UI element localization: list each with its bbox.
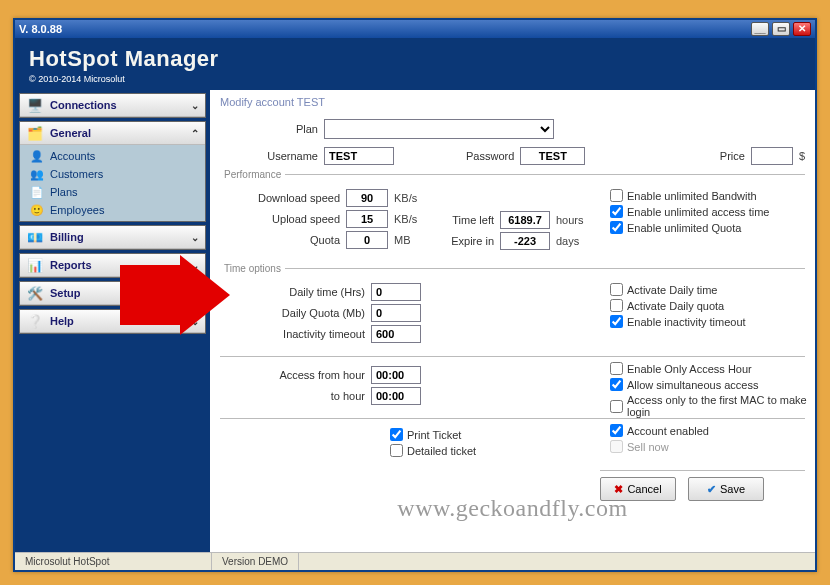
sidebar-panel-general: 🗂️ General ⌃ 👤 Accounts 👥 Customers 📄: [19, 121, 206, 222]
setup-icon: 🛠️: [26, 284, 44, 302]
quota-label: Quota: [220, 234, 340, 246]
plan-select[interactable]: [324, 119, 554, 139]
sidebar-item-label: Customers: [50, 168, 103, 180]
sidebar-item-accounts[interactable]: 👤 Accounts: [24, 147, 201, 165]
quota-input[interactable]: [346, 231, 388, 249]
expire-label: Expire in: [440, 235, 494, 247]
sidebar-label-billing: Billing: [50, 231, 84, 243]
sidebar-label-general: General: [50, 127, 91, 139]
bottom-section: Print Ticket Detailed ticket Account ena…: [220, 418, 805, 462]
sidebar-panel-connections[interactable]: 🖥️ Connections ⌄: [19, 93, 206, 118]
close-button[interactable]: ✕: [793, 22, 811, 36]
cb-unlimited-quota[interactable]: [610, 221, 623, 234]
help-icon: ❔: [26, 312, 44, 330]
main-content: Modify account TEST Plan Username Passwo…: [210, 90, 815, 552]
cb-simultaneous-label: Allow simultaneous access: [627, 379, 758, 391]
daily-quota-input[interactable]: [371, 304, 421, 322]
access-to-input[interactable]: [371, 387, 421, 405]
sidebar-panel-help[interactable]: ❔ Help ⌄: [19, 309, 206, 334]
cb-sell-label: Sell now: [627, 441, 669, 453]
copyright: © 2010-2014 Microsolut: [29, 74, 125, 84]
cb-enabled-label: Account enabled: [627, 425, 709, 437]
daily-time-input[interactable]: [371, 283, 421, 301]
cb-daily-quota[interactable]: [610, 299, 623, 312]
statusbar: Microsolut HotSpot Version DEMO: [15, 552, 815, 570]
cb-bandwith[interactable]: [610, 189, 623, 202]
cb-print-label: Print Ticket: [407, 429, 461, 441]
inactivity-input[interactable]: [371, 325, 421, 343]
breadcrumb: Modify account TEST: [220, 94, 805, 116]
save-label: Save: [720, 483, 745, 495]
minimize-button[interactable]: __: [751, 22, 769, 36]
app-window: V. 8.0.88 __ ▭ ✕ HotSpot Manager © 2010-…: [13, 18, 817, 572]
titlebar: V. 8.0.88 __ ▭ ✕: [15, 20, 815, 38]
cb-simultaneous[interactable]: [610, 378, 623, 391]
employee-icon: 🙂: [30, 203, 44, 217]
sidebar-item-customers[interactable]: 👥 Customers: [24, 165, 201, 183]
chevron-up-icon: ⌃: [191, 128, 199, 139]
performance-section: Performance Download speed KB/s Upload s…: [220, 169, 805, 255]
sidebar-item-plans[interactable]: 📄 Plans: [24, 183, 201, 201]
timeleft-label: Time left: [440, 214, 494, 226]
cb-print-ticket[interactable]: [390, 428, 403, 441]
billing-icon: 💶: [26, 228, 44, 246]
sidebar-panel-reports[interactable]: 📊 Reports ⌄: [19, 253, 206, 278]
cb-sell-now: [610, 440, 623, 453]
cb-inactivity-label: Enable inactivity timeout: [627, 316, 746, 328]
sidebar-item-employees[interactable]: 🙂 Employees: [24, 201, 201, 219]
upload-input[interactable]: [346, 210, 388, 228]
cancel-label: Cancel: [627, 483, 661, 495]
cb-account-enabled[interactable]: [610, 424, 623, 437]
sidebar-header-general[interactable]: 🗂️ General ⌃: [20, 122, 205, 145]
cb-detailed-label: Detailed ticket: [407, 445, 476, 457]
sidebar-label-reports: Reports: [50, 259, 92, 271]
access-from-label: Access from hour: [220, 369, 365, 381]
inactivity-label: Inactivity timeout: [220, 328, 365, 340]
timeoptions-section: Time options Daily time (Hrs) Daily Quot…: [220, 263, 805, 348]
save-button[interactable]: ✔ Save: [688, 477, 764, 501]
password-input[interactable]: [520, 147, 585, 165]
general-icon: 🗂️: [26, 124, 44, 142]
cb-inactivity[interactable]: [610, 315, 623, 328]
download-label: Download speed: [220, 192, 340, 204]
reports-icon: 📊: [26, 256, 44, 274]
users-icon: 👥: [30, 167, 44, 181]
user-icon: 👤: [30, 149, 44, 163]
cb-detailed-ticket[interactable]: [390, 444, 403, 457]
expire-input[interactable]: [500, 232, 550, 250]
cb-daily-time[interactable]: [610, 283, 623, 296]
cb-accesstime-label: Enable unlimited access time: [627, 206, 769, 218]
quota-unit: MB: [394, 234, 411, 246]
sidebar-panel-billing[interactable]: 💶 Billing ⌄: [19, 225, 206, 250]
cb-daily-quota-label: Activate Daily quota: [627, 300, 724, 312]
cancel-icon: ✖: [614, 483, 623, 496]
check-icon: ✔: [707, 483, 716, 496]
maximize-button[interactable]: ▭: [772, 22, 790, 36]
daily-quota-label: Daily Quota (Mb): [220, 307, 365, 319]
currency-label: $: [799, 150, 805, 162]
cb-daily-time-label: Activate Daily time: [627, 284, 717, 296]
status-right: Version DEMO: [212, 553, 299, 570]
sidebar-item-label: Employees: [50, 204, 104, 216]
access-from-input[interactable]: [371, 366, 421, 384]
cb-only-access[interactable]: [610, 362, 623, 375]
download-unit: KB/s: [394, 192, 417, 204]
upload-label: Upload speed: [220, 213, 340, 225]
access-section: Access from hour to hour Enable Only Acc…: [220, 356, 805, 410]
username-input[interactable]: [324, 147, 394, 165]
cb-accesstime[interactable]: [610, 205, 623, 218]
price-label: Price: [720, 150, 745, 162]
password-label: Password: [466, 150, 514, 162]
chevron-down-icon: ⌄: [191, 288, 199, 299]
window-version: V. 8.0.88: [19, 23, 62, 35]
doc-icon: 📄: [30, 185, 44, 199]
download-input[interactable]: [346, 189, 388, 207]
watermark: www.geckoandfly.com: [397, 495, 627, 522]
chevron-down-icon: ⌄: [191, 232, 199, 243]
performance-legend: Performance: [220, 169, 285, 180]
timeleft-input[interactable]: [500, 211, 550, 229]
sidebar-panel-setup[interactable]: 🛠️ Setup ⌄: [19, 281, 206, 306]
price-input[interactable]: [751, 147, 793, 165]
cancel-button[interactable]: ✖ Cancel: [600, 477, 676, 501]
cb-mac[interactable]: [610, 400, 623, 413]
